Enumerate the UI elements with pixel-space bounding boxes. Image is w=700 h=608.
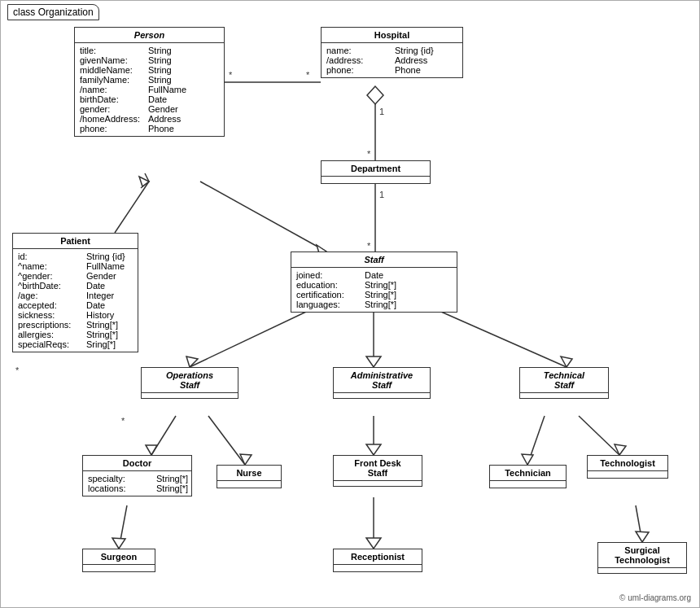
class-patient-attrs: id:String {id} ^name:FullName ^gender:Ge… — [13, 249, 138, 352]
svg-line-10 — [115, 182, 149, 233]
class-doctor-attrs: specialty:String[*] locations:String[*] — [83, 471, 191, 496]
class-person-attrs: title:String givenName:String middleName… — [75, 43, 224, 136]
svg-line-34 — [636, 505, 642, 542]
class-nurse-attrs — [217, 481, 281, 488]
class-administrative-staff-name: Administrative Staff — [334, 368, 430, 393]
class-surgeon: Surgeon — [82, 549, 155, 572]
svg-text:*: * — [367, 241, 371, 251]
class-staff-name: Staff — [291, 252, 457, 268]
class-technologist-attrs — [588, 471, 667, 478]
class-receptionist-attrs — [334, 565, 422, 571]
class-person-name: Person — [75, 28, 224, 43]
class-department-attrs — [322, 177, 430, 183]
diagram-container: class Organization * * 1 * 1 * — [0, 0, 700, 608]
svg-text:*: * — [121, 416, 125, 426]
class-receptionist-name: Receptionist — [334, 549, 422, 565]
class-administrative-staff: Administrative Staff — [333, 367, 431, 399]
class-receptionist: Receptionist — [333, 549, 422, 572]
class-technician-attrs — [490, 481, 566, 488]
class-doctor: Doctor specialty:String[*] locations:Str… — [82, 455, 192, 496]
class-technical-staff: Technical Staff — [519, 367, 609, 399]
class-hospital: Hospital name:String {id} /address:Addre… — [321, 27, 463, 78]
svg-marker-35 — [636, 531, 649, 542]
svg-marker-4 — [367, 86, 383, 104]
class-nurse-name: Nurse — [217, 466, 281, 481]
class-technologist-name: Technologist — [588, 456, 667, 471]
svg-text:*: * — [367, 149, 371, 159]
svg-line-22 — [208, 416, 245, 465]
svg-marker-19 — [561, 356, 572, 367]
svg-text:*: * — [306, 70, 310, 80]
class-front-desk-staff-attrs — [334, 481, 422, 486]
class-administrative-staff-attrs — [334, 393, 430, 398]
class-staff: Staff joined:Date education:String[*] ce… — [291, 252, 457, 313]
svg-text:1: 1 — [379, 190, 384, 199]
svg-line-26 — [527, 416, 545, 465]
svg-marker-25 — [366, 444, 381, 455]
svg-line-28 — [579, 416, 619, 455]
class-staff-attrs: joined:Date education:String[*] certific… — [291, 268, 457, 312]
class-patient-name: Patient — [13, 234, 138, 249]
class-front-desk-staff: Front Desk Staff — [333, 455, 422, 487]
svg-marker-23 — [240, 454, 252, 465]
class-patient: Patient id:String {id} ^name:FullName ^g… — [12, 233, 138, 352]
svg-marker-31 — [112, 538, 125, 549]
class-department-name: Department — [322, 161, 430, 177]
svg-text:1: 1 — [379, 107, 384, 116]
svg-line-12 — [200, 182, 326, 252]
class-person: Person title:String givenName:String mid… — [74, 27, 225, 137]
class-operations-staff: Operations Staff — [141, 367, 238, 399]
class-surgical-technologist-name: Surgical Technologist — [598, 543, 686, 568]
svg-marker-17 — [366, 356, 381, 367]
class-surgical-technologist: Surgical Technologist — [597, 542, 687, 574]
class-hospital-name: Hospital — [322, 28, 462, 43]
svg-line-18 — [428, 306, 567, 367]
svg-line-30 — [119, 505, 127, 549]
svg-marker-27 — [522, 454, 533, 465]
class-department: Department — [321, 160, 431, 184]
class-technical-staff-attrs — [520, 393, 608, 398]
class-surgeon-attrs — [83, 565, 155, 571]
svg-text:*: * — [15, 365, 20, 375]
class-nurse: Nurse — [217, 465, 282, 488]
diagram-title: class Organization — [7, 4, 99, 20]
class-hospital-attrs: name:String {id} /address:Address phone:… — [322, 43, 462, 77]
class-surgeon-name: Surgeon — [83, 549, 155, 565]
class-technician: Technician — [489, 465, 567, 488]
class-front-desk-staff-name: Front Desk Staff — [334, 456, 422, 481]
svg-text:*: * — [229, 70, 233, 80]
class-surgical-technologist-attrs — [598, 568, 686, 573]
class-technician-name: Technician — [490, 466, 566, 481]
svg-marker-15 — [186, 356, 198, 367]
svg-marker-33 — [366, 538, 381, 549]
svg-marker-21 — [146, 445, 157, 455]
class-operations-staff-name: Operations Staff — [142, 368, 238, 393]
svg-marker-11 — [139, 177, 149, 186]
svg-line-20 — [151, 416, 176, 455]
class-doctor-name: Doctor — [83, 456, 191, 471]
class-technologist: Technologist — [587, 455, 668, 479]
copyright: © uml-diagrams.org — [619, 593, 691, 602]
class-technical-staff-name: Technical Staff — [520, 368, 608, 393]
class-operations-staff-attrs — [142, 393, 238, 398]
svg-marker-29 — [615, 444, 626, 455]
svg-line-14 — [190, 306, 318, 367]
